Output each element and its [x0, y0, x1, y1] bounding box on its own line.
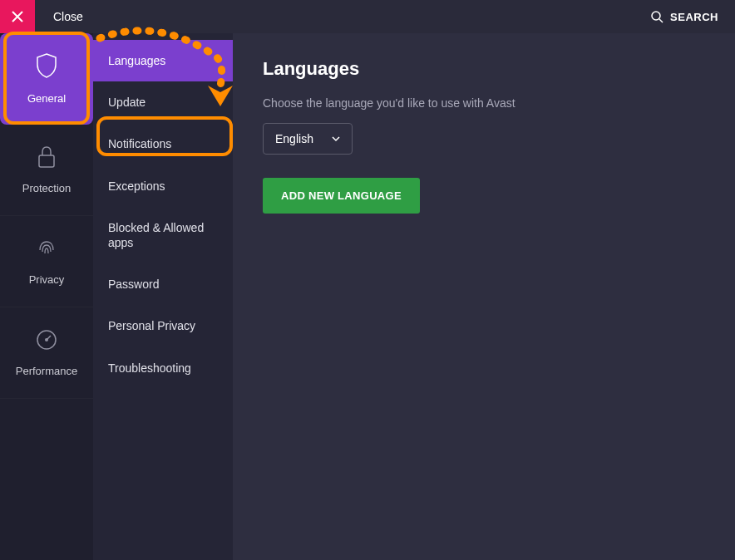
sub-item-update[interactable]: Update: [93, 81, 233, 123]
main-area: General Protection Privacy Performance L…: [0, 33, 735, 560]
svg-rect-1: [39, 155, 54, 167]
top-bar: Close SEARCH: [0, 0, 735, 33]
sub-item-blocked-allowed[interactable]: Blocked & Allowed apps: [93, 207, 233, 263]
sidebar-item-label: Performance: [16, 365, 77, 377]
sub-item-password[interactable]: Password: [93, 263, 233, 305]
search-button[interactable]: SEARCH: [650, 10, 718, 23]
close-icon: [12, 11, 23, 22]
add-new-language-button[interactable]: ADD NEW LANGUAGE: [263, 178, 420, 214]
sidebar-item-protection[interactable]: Protection: [0, 125, 93, 216]
sidebar-item-performance[interactable]: Performance: [0, 307, 93, 399]
sidebar-item-general[interactable]: General: [0, 33, 93, 125]
svg-point-3: [45, 338, 48, 341]
lock-icon: [37, 145, 57, 172]
sidebar-secondary: Languages Update Notifications Exception…: [93, 33, 233, 560]
sub-item-troubleshooting[interactable]: Troubleshooting: [93, 347, 233, 389]
sub-item-languages[interactable]: Languages: [93, 40, 233, 81]
content-panel: Languages Choose the language you'd like…: [233, 33, 735, 560]
close-x-button[interactable]: [0, 0, 35, 33]
close-label[interactable]: Close: [53, 10, 83, 23]
fingerprint-icon: [35, 237, 58, 263]
sub-item-personal-privacy[interactable]: Personal Privacy: [93, 305, 233, 346]
language-select-value: English: [275, 132, 313, 145]
search-label: SEARCH: [670, 11, 718, 23]
sidebar-item-label: Privacy: [29, 273, 65, 286]
shield-icon: [35, 52, 58, 82]
page-title: Languages: [263, 58, 705, 80]
sub-item-notifications[interactable]: Notifications: [93, 123, 233, 165]
sidebar-item-label: General: [27, 92, 66, 105]
chevron-down-icon: [332, 135, 340, 143]
search-icon: [650, 10, 663, 23]
sidebar-item-privacy[interactable]: Privacy: [0, 216, 93, 307]
sidebar-item-label: Protection: [22, 182, 72, 194]
language-select[interactable]: English: [263, 123, 353, 155]
svg-point-0: [652, 12, 660, 20]
page-description: Choose the language you'd like to use wi…: [263, 96, 705, 110]
sidebar-primary: General Protection Privacy Performance: [0, 33, 93, 560]
sub-item-exceptions[interactable]: Exceptions: [93, 165, 233, 207]
gauge-icon: [35, 328, 58, 355]
